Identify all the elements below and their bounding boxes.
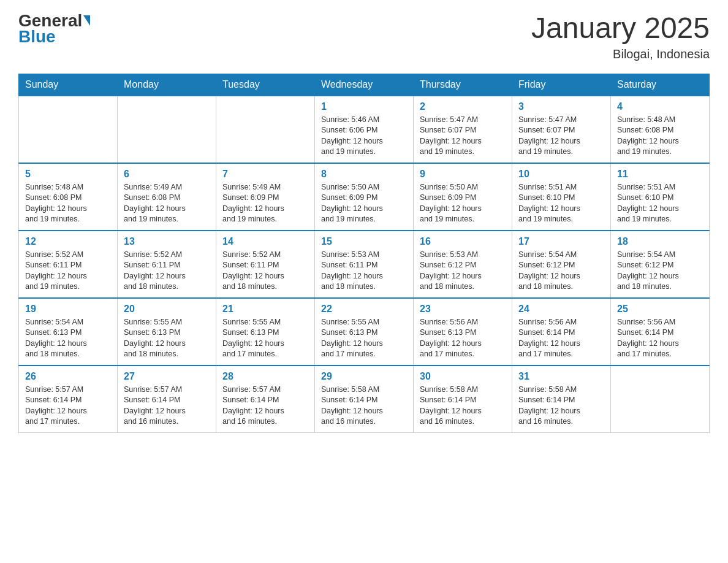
calendar-cell: 6Sunrise: 5:49 AMSunset: 6:08 PMDaylight… — [118, 163, 216, 231]
calendar-cell: 23Sunrise: 5:56 AMSunset: 6:13 PMDayligh… — [414, 298, 512, 366]
weekday-header-thursday: Thursday — [414, 74, 512, 96]
day-info: Sunrise: 5:50 AMSunset: 6:09 PMDaylight:… — [420, 182, 506, 225]
day-info: Sunrise: 5:55 AMSunset: 6:13 PMDaylight:… — [222, 317, 308, 360]
day-info: Sunrise: 5:53 AMSunset: 6:11 PMDaylight:… — [321, 250, 407, 293]
calendar-cell: 18Sunrise: 5:54 AMSunset: 6:12 PMDayligh… — [611, 231, 710, 298]
day-info: Sunrise: 5:52 AMSunset: 6:11 PMDaylight:… — [25, 250, 111, 293]
day-info: Sunrise: 5:56 AMSunset: 6:13 PMDaylight:… — [420, 317, 506, 360]
calendar-cell: 12Sunrise: 5:52 AMSunset: 6:11 PMDayligh… — [19, 231, 118, 298]
calendar-cell: 4Sunrise: 5:48 AMSunset: 6:08 PMDaylight… — [611, 96, 710, 163]
day-info: Sunrise: 5:51 AMSunset: 6:10 PMDaylight:… — [617, 182, 703, 225]
location-text: Bilogai, Indonesia — [531, 47, 710, 61]
calendar-cell: 8Sunrise: 5:50 AMSunset: 6:09 PMDaylight… — [315, 163, 414, 231]
weekday-header-friday: Friday — [512, 74, 611, 96]
title-block: January 2025 Bilogai, Indonesia — [531, 12, 710, 61]
day-info: Sunrise: 5:57 AMSunset: 6:14 PMDaylight:… — [124, 385, 210, 427]
calendar-header: SundayMondayTuesdayWednesdayThursdayFrid… — [19, 74, 710, 96]
calendar-cell — [19, 96, 118, 163]
calendar-week-1: 1Sunrise: 5:46 AMSunset: 6:06 PMDaylight… — [19, 96, 710, 163]
calendar-cell: 20Sunrise: 5:55 AMSunset: 6:13 PMDayligh… — [118, 298, 216, 366]
day-info: Sunrise: 5:58 AMSunset: 6:14 PMDaylight:… — [321, 385, 407, 427]
weekday-header-sunday: Sunday — [19, 74, 118, 96]
day-number: 14 — [222, 236, 308, 247]
logo-blue-text: Blue — [18, 27, 56, 47]
calendar-cell: 14Sunrise: 5:52 AMSunset: 6:11 PMDayligh… — [216, 231, 315, 298]
day-number: 24 — [518, 304, 604, 315]
calendar-cell: 15Sunrise: 5:53 AMSunset: 6:11 PMDayligh… — [315, 231, 414, 298]
calendar-cell: 2Sunrise: 5:47 AMSunset: 6:07 PMDaylight… — [414, 96, 512, 163]
day-info: Sunrise: 5:56 AMSunset: 6:14 PMDaylight:… — [617, 317, 703, 360]
day-number: 3 — [518, 101, 604, 112]
calendar-cell: 10Sunrise: 5:51 AMSunset: 6:10 PMDayligh… — [512, 163, 611, 231]
calendar-body: 1Sunrise: 5:46 AMSunset: 6:06 PMDaylight… — [19, 96, 710, 433]
logo-arrow-icon — [83, 15, 90, 26]
calendar-cell: 22Sunrise: 5:55 AMSunset: 6:13 PMDayligh… — [315, 298, 414, 366]
calendar-cell: 27Sunrise: 5:57 AMSunset: 6:14 PMDayligh… — [118, 366, 216, 433]
weekday-header-monday: Monday — [118, 74, 216, 96]
calendar-cell: 3Sunrise: 5:47 AMSunset: 6:07 PMDaylight… — [512, 96, 611, 163]
day-info: Sunrise: 5:49 AMSunset: 6:09 PMDaylight:… — [222, 182, 308, 225]
day-info: Sunrise: 5:57 AMSunset: 6:14 PMDaylight:… — [222, 385, 308, 427]
calendar-cell: 19Sunrise: 5:54 AMSunset: 6:13 PMDayligh… — [19, 298, 118, 366]
day-number: 27 — [124, 371, 210, 382]
day-info: Sunrise: 5:58 AMSunset: 6:14 PMDaylight:… — [518, 385, 604, 427]
day-number: 7 — [222, 169, 308, 180]
day-info: Sunrise: 5:48 AMSunset: 6:08 PMDaylight:… — [617, 115, 703, 158]
calendar-cell: 16Sunrise: 5:53 AMSunset: 6:12 PMDayligh… — [414, 231, 512, 298]
day-number: 1 — [321, 101, 407, 112]
weekday-header-tuesday: Tuesday — [216, 74, 315, 96]
day-number: 6 — [124, 169, 210, 180]
day-number: 8 — [321, 169, 407, 180]
calendar-cell: 17Sunrise: 5:54 AMSunset: 6:12 PMDayligh… — [512, 231, 611, 298]
day-number: 25 — [617, 304, 703, 315]
day-number: 11 — [617, 169, 703, 180]
day-number: 20 — [124, 304, 210, 315]
month-title: January 2025 — [531, 12, 710, 45]
day-number: 4 — [617, 101, 703, 112]
day-info: Sunrise: 5:56 AMSunset: 6:14 PMDaylight:… — [518, 317, 604, 360]
calendar-cell: 9Sunrise: 5:50 AMSunset: 6:09 PMDaylight… — [414, 163, 512, 231]
calendar-cell: 21Sunrise: 5:55 AMSunset: 6:13 PMDayligh… — [216, 298, 315, 366]
day-number: 21 — [222, 304, 308, 315]
day-number: 26 — [25, 371, 111, 382]
calendar-week-3: 12Sunrise: 5:52 AMSunset: 6:11 PMDayligh… — [19, 231, 710, 298]
calendar-cell: 31Sunrise: 5:58 AMSunset: 6:14 PMDayligh… — [512, 366, 611, 433]
calendar-week-2: 5Sunrise: 5:48 AMSunset: 6:08 PMDaylight… — [19, 163, 710, 231]
day-number: 31 — [518, 371, 604, 382]
day-info: Sunrise: 5:47 AMSunset: 6:07 PMDaylight:… — [518, 115, 604, 158]
day-info: Sunrise: 5:46 AMSunset: 6:06 PMDaylight:… — [321, 115, 407, 158]
day-info: Sunrise: 5:47 AMSunset: 6:07 PMDaylight:… — [420, 115, 506, 158]
day-info: Sunrise: 5:52 AMSunset: 6:11 PMDaylight:… — [222, 250, 308, 293]
calendar-week-4: 19Sunrise: 5:54 AMSunset: 6:13 PMDayligh… — [19, 298, 710, 366]
day-number: 13 — [124, 236, 210, 247]
calendar-cell — [118, 96, 216, 163]
day-info: Sunrise: 5:54 AMSunset: 6:12 PMDaylight:… — [518, 250, 604, 293]
calendar-cell: 1Sunrise: 5:46 AMSunset: 6:06 PMDaylight… — [315, 96, 414, 163]
day-info: Sunrise: 5:58 AMSunset: 6:14 PMDaylight:… — [420, 385, 506, 427]
day-info: Sunrise: 5:55 AMSunset: 6:13 PMDaylight:… — [124, 317, 210, 360]
calendar-cell: 26Sunrise: 5:57 AMSunset: 6:14 PMDayligh… — [19, 366, 118, 433]
day-info: Sunrise: 5:54 AMSunset: 6:12 PMDaylight:… — [617, 250, 703, 293]
day-number: 23 — [420, 304, 506, 315]
day-number: 12 — [25, 236, 111, 247]
calendar-cell — [611, 366, 710, 433]
day-info: Sunrise: 5:48 AMSunset: 6:08 PMDaylight:… — [25, 182, 111, 225]
day-info: Sunrise: 5:50 AMSunset: 6:09 PMDaylight:… — [321, 182, 407, 225]
calendar-cell: 24Sunrise: 5:56 AMSunset: 6:14 PMDayligh… — [512, 298, 611, 366]
page-header: General Blue January 2025 Bilogai, Indon… — [18, 12, 710, 61]
calendar-cell: 13Sunrise: 5:52 AMSunset: 6:11 PMDayligh… — [118, 231, 216, 298]
calendar-cell: 28Sunrise: 5:57 AMSunset: 6:14 PMDayligh… — [216, 366, 315, 433]
day-number: 10 — [518, 169, 604, 180]
weekday-header-saturday: Saturday — [611, 74, 710, 96]
calendar-cell: 25Sunrise: 5:56 AMSunset: 6:14 PMDayligh… — [611, 298, 710, 366]
day-info: Sunrise: 5:55 AMSunset: 6:13 PMDaylight:… — [321, 317, 407, 360]
logo: General Blue — [18, 12, 90, 47]
day-number: 5 — [25, 169, 111, 180]
day-number: 16 — [420, 236, 506, 247]
day-number: 15 — [321, 236, 407, 247]
calendar-week-5: 26Sunrise: 5:57 AMSunset: 6:14 PMDayligh… — [19, 366, 710, 433]
calendar-cell: 29Sunrise: 5:58 AMSunset: 6:14 PMDayligh… — [315, 366, 414, 433]
day-info: Sunrise: 5:57 AMSunset: 6:14 PMDaylight:… — [25, 385, 111, 427]
calendar-cell: 5Sunrise: 5:48 AMSunset: 6:08 PMDaylight… — [19, 163, 118, 231]
day-number: 22 — [321, 304, 407, 315]
